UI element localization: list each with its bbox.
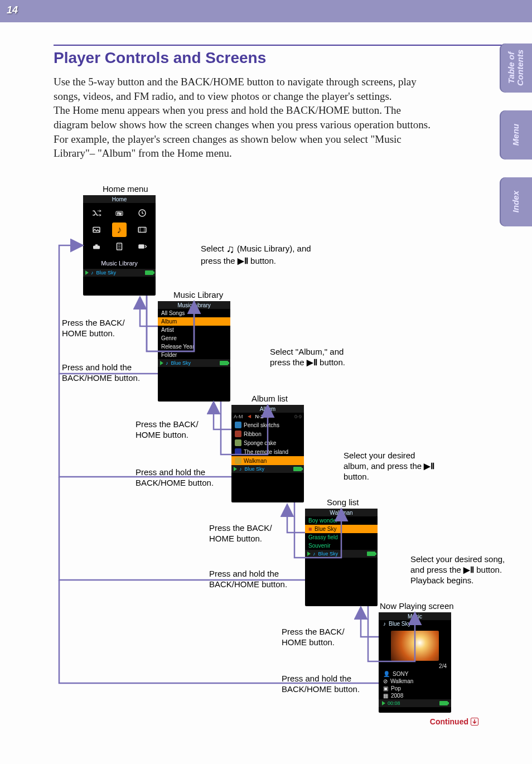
continued-label: Continued (430, 717, 468, 726)
navigation-diagram: Home menu Home FM ♪ Music Library Blue S… (54, 184, 483, 708)
body-paragraph-1: Use the 5-way button and the BACK/HOME b… (54, 75, 433, 103)
page-title: Player Controls and Screens (54, 49, 504, 67)
tab-index[interactable]: Index (500, 177, 532, 226)
down-arrow-icon (471, 718, 478, 726)
tab-table-of-contents[interactable]: Table of Contents (500, 43, 532, 93)
header-strip: 14 (0, 0, 532, 22)
body-paragraph-2: The Home menu appears when you press and… (54, 103, 433, 161)
diagram-arrows (54, 184, 483, 714)
tab-menu[interactable]: Menu (500, 110, 532, 159)
horizontal-rule (54, 45, 504, 46)
tab-label: Menu (511, 124, 520, 146)
tab-label: Index (511, 191, 520, 212)
continued-indicator: Continued (430, 717, 478, 726)
tab-label: Table of Contents (507, 43, 525, 93)
page-number: 14 (7, 4, 18, 16)
